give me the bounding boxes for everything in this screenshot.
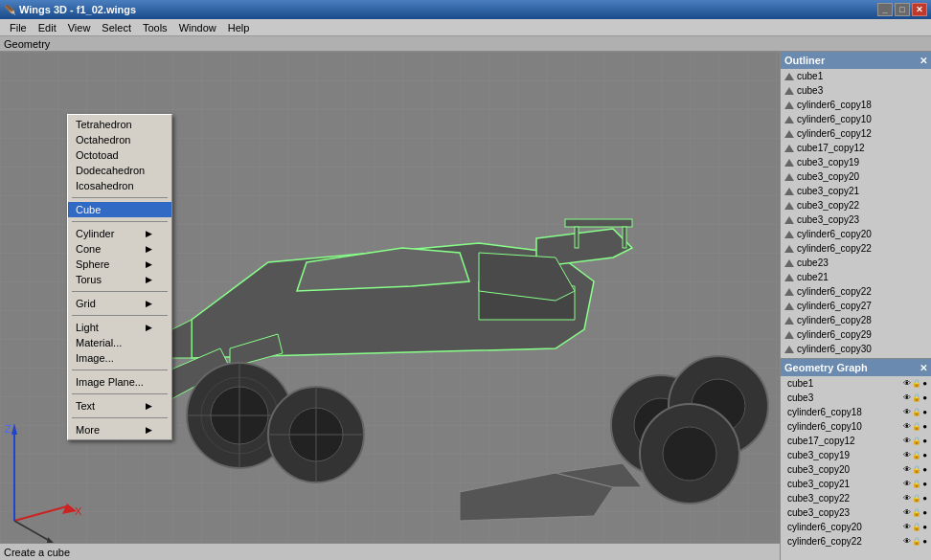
menu-item-text[interactable]: Text ▶ bbox=[68, 398, 171, 414]
outliner-item[interactable]: cube23 bbox=[781, 256, 931, 270]
eye-icon: 👁 bbox=[903, 422, 911, 431]
eye-icon: 👁 bbox=[903, 494, 911, 503]
menu-item-icosahedron[interactable]: Icosahedron bbox=[68, 178, 171, 193]
geom-item[interactable]: cube3 👁 🔒 ● bbox=[781, 391, 931, 405]
geom-item[interactable]: cylinder6_copy22 👁 🔒 ● bbox=[781, 534, 931, 549]
geom-item[interactable]: cylinder6_copy10 👁 🔒 ● bbox=[781, 419, 931, 434]
geometry-graph-panel: Geometry Graph ✕ cube1 👁 🔒 ● cube3 👁 🔒 bbox=[781, 359, 931, 560]
eye-icon: 👁 bbox=[903, 523, 911, 531]
dot-icon: ● bbox=[922, 408, 927, 416]
dot-icon: ● bbox=[922, 480, 927, 488]
outliner-item[interactable]: cube3_copy20 bbox=[781, 169, 931, 184]
menu-item-octahedron[interactable]: Octahedron bbox=[68, 132, 171, 147]
menu-section-imageplane: Image Plane... bbox=[68, 372, 171, 392]
menubar-item-help[interactable]: Help bbox=[222, 21, 256, 34]
geom-item[interactable]: cube3_copy23 👁 🔒 ● bbox=[781, 505, 931, 520]
menu-item-image[interactable]: Image... bbox=[68, 350, 171, 366]
eye-icon: 👁 bbox=[903, 393, 911, 402]
outliner-item[interactable]: cylinder6_copy10 bbox=[781, 112, 931, 126]
geom-graph-title: Geometry Graph bbox=[784, 362, 868, 373]
menu-item-dodecahedron[interactable]: Dodecahedron bbox=[68, 163, 171, 178]
maximize-button[interactable]: □ bbox=[895, 3, 910, 16]
menubar-item-tools[interactable]: Tools bbox=[137, 21, 173, 34]
dot-icon: ● bbox=[922, 451, 927, 459]
lock-icon: 🔒 bbox=[912, 451, 921, 459]
menu-item-material[interactable]: Material... bbox=[68, 335, 171, 350]
menu-item-cylinder[interactable]: Cylinder ▶ bbox=[68, 226, 171, 241]
geom-item[interactable]: cube1 👁 🔒 ● bbox=[781, 376, 931, 391]
outliner-item-tri bbox=[784, 188, 794, 195]
outliner-header: Outliner ✕ bbox=[781, 52, 931, 69]
menu-section-more: More ▶ bbox=[68, 420, 171, 439]
menu-item-grid[interactable]: Grid ▶ bbox=[68, 296, 171, 311]
outliner-item-tri bbox=[784, 101, 794, 109]
light-arrow: ▶ bbox=[146, 323, 152, 332]
close-button[interactable]: ✕ bbox=[912, 3, 927, 16]
outliner-item-tri bbox=[784, 231, 794, 238]
menu-item-cone[interactable]: Cone ▶ bbox=[68, 241, 171, 257]
menu-section-grid: Grid ▶ bbox=[68, 294, 171, 313]
outliner-item[interactable]: cube3_copy21 bbox=[781, 184, 931, 198]
outliner-item[interactable]: cylinder6_copy18 bbox=[781, 98, 931, 112]
viewport-grid: Z X Tetrahedron Octahedron Octotoad bbox=[0, 52, 780, 560]
menu-item-sphere[interactable]: Sphere ▶ bbox=[68, 257, 171, 272]
geom-item[interactable]: cube17_copy12 👁 🔒 ● bbox=[781, 434, 931, 448]
menubar-item-select[interactable]: Select bbox=[96, 21, 137, 34]
outliner-item[interactable]: cube3 bbox=[781, 83, 931, 98]
outliner-item[interactable]: cube3_copy22 bbox=[781, 198, 931, 213]
menubar-item-view[interactable]: View bbox=[62, 21, 97, 34]
menu-section-1: Tetrahedron Octahedron Octotoad Dodecahe… bbox=[68, 115, 171, 195]
geom-item[interactable]: cube3_copy22 👁 🔒 ● bbox=[781, 491, 931, 505]
menubar-item-window[interactable]: Window bbox=[173, 21, 222, 34]
minimize-button[interactable]: _ bbox=[877, 3, 893, 16]
lock-icon: 🔒 bbox=[912, 379, 921, 388]
outliner-item-tri bbox=[784, 302, 794, 310]
svg-text:X: X bbox=[75, 505, 82, 517]
app-icon: 🪶 bbox=[4, 5, 15, 15]
outliner-item[interactable]: cylinder6_copy29 bbox=[781, 327, 931, 342]
outliner-item[interactable]: cylinder6_copy28 bbox=[781, 313, 931, 327]
menu-item-octotoad[interactable]: Octotoad bbox=[68, 147, 171, 163]
menu-item-imageplane[interactable]: Image Plane... bbox=[68, 374, 171, 390]
outliner-title: Outliner bbox=[784, 55, 825, 66]
outliner-close-button[interactable]: ✕ bbox=[920, 56, 927, 66]
outliner-item[interactable]: cylinder6_copy20 bbox=[781, 227, 931, 241]
lock-icon: 🔒 bbox=[912, 480, 921, 488]
outliner-item-tri bbox=[784, 116, 794, 123]
eye-icon: 👁 bbox=[903, 465, 911, 474]
geom-item[interactable]: cube3_copy19 👁 🔒 ● bbox=[781, 448, 931, 462]
menu-item-light[interactable]: Light ▶ bbox=[68, 320, 171, 335]
dot-icon: ● bbox=[922, 437, 927, 445]
context-menu: Tetrahedron Octahedron Octotoad Dodecahe… bbox=[67, 114, 172, 440]
geom-graph-close-button[interactable]: ✕ bbox=[920, 363, 927, 373]
geom-item-icons: 👁 🔒 ● bbox=[903, 465, 927, 474]
menubar-item-edit[interactable]: Edit bbox=[33, 21, 62, 34]
outliner-item[interactable]: cube17_copy12 bbox=[781, 141, 931, 155]
geom-item[interactable]: cube3_copy20 👁 🔒 ● bbox=[781, 462, 931, 477]
viewport[interactable]: □ ◧ bbox=[0, 52, 780, 560]
menubar-item-file[interactable]: File bbox=[4, 21, 33, 34]
outliner-item[interactable]: cube3_copy23 bbox=[781, 213, 931, 227]
menu-item-torus[interactable]: Torus ▶ bbox=[68, 272, 171, 287]
outliner-item[interactable]: cylinder6_copy30 bbox=[781, 342, 931, 356]
titlebar: 🪶 Wings 3D - f1_02.wings _ □ ✕ bbox=[0, 0, 931, 19]
outliner-item[interactable]: cube1 bbox=[781, 69, 931, 83]
geom-item[interactable]: cube3_copy21 👁 🔒 ● bbox=[781, 477, 931, 491]
eye-icon: 👁 bbox=[903, 408, 911, 416]
menu-item-tetrahedron[interactable]: Tetrahedron bbox=[68, 117, 171, 132]
outliner-item[interactable]: cylinder6_copy22 bbox=[781, 241, 931, 256]
menu-item-more[interactable]: More ▶ bbox=[68, 422, 171, 437]
dot-icon: ● bbox=[922, 422, 927, 431]
outliner-item[interactable]: cube21 bbox=[781, 270, 931, 284]
outliner-item[interactable]: cube3_copy19 bbox=[781, 155, 931, 169]
outliner-item-tri bbox=[784, 173, 794, 181]
lock-icon: 🔒 bbox=[912, 437, 921, 445]
outliner-item[interactable]: cylinder6_copy27 bbox=[781, 299, 931, 313]
outliner-item[interactable]: cylinder6_copy12 bbox=[781, 126, 931, 141]
sep-6 bbox=[72, 393, 168, 394]
geom-item[interactable]: cylinder6_copy18 👁 🔒 ● bbox=[781, 405, 931, 419]
geom-item[interactable]: cylinder6_copy20 👁 🔒 ● bbox=[781, 520, 931, 534]
outliner-item-tri bbox=[784, 202, 794, 210]
menu-item-cube[interactable]: Cube bbox=[68, 202, 171, 217]
outliner-item[interactable]: cylinder6_copy22 bbox=[781, 284, 931, 299]
